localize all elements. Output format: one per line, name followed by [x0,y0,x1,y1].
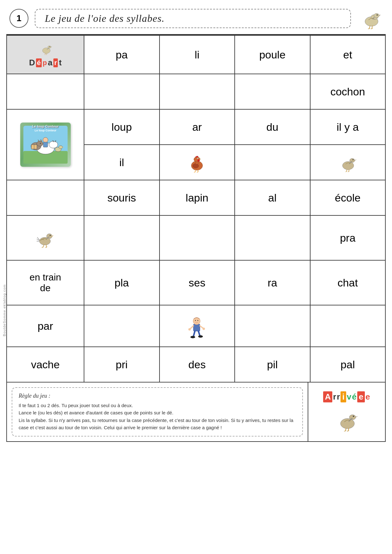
row2-left [7,74,84,109]
svg-point-7 [48,46,51,48]
svg-point-17 [40,143,41,144]
row5-left [7,216,84,260]
rooster-icon [34,227,57,249]
row3b: il [84,145,385,180]
svg-point-14 [49,141,58,148]
cell-pil: pil [235,347,311,382]
cell-empty3 [235,74,311,109]
cell-empty2 [160,74,235,109]
svg-line-52 [194,331,195,336]
watermark: BoutdeSomme.eklablog.com [3,284,6,336]
row3: Le loup Conteur [7,110,385,180]
svg-point-26 [193,163,199,168]
cell-par: par [7,305,84,346]
book-image: Le loup Conteur [20,123,71,167]
number-badge: 1 [9,9,28,28]
cell-loup: loup [84,110,160,144]
arrivee-label: Arrivéee [323,391,370,402]
row6-entrain: en trainde pla ses ra chat [7,261,385,305]
svg-point-54 [190,336,195,338]
cell-empty1 [84,74,160,109]
goose-row3-icon [337,152,358,173]
chicken-svg [187,152,207,173]
cell-empty-r7a [84,305,160,346]
depart-label: Départ [29,58,62,68]
svg-point-3 [377,14,378,15]
cell-ar: ar [160,110,235,144]
cell-pri: pri [84,347,160,382]
row1-cells: pa li poule et [84,36,385,74]
svg-text:Le loup Conteur: Le loup Conteur [34,129,56,132]
svg-point-31 [197,159,200,161]
svg-point-58 [353,416,354,417]
svg-point-35 [350,158,355,162]
cell-et: et [311,36,385,74]
cell-ses: ses [160,261,235,305]
page-header: 1 Le jeu de l'oie des syllabes. [0,0,392,34]
cell-empty-r5c [235,216,311,260]
page-title: Le jeu de l'oie des syllabes. [35,9,351,28]
row4-left [7,180,84,215]
cell-boy-icon [160,305,235,346]
cell-vache: vache [7,347,84,382]
bottom-section: Règle du jeu : Il te faut 1 ou 2 dés. Tu… [6,382,386,442]
cell-pa: pa [84,36,160,74]
cell-des: des [160,347,235,382]
svg-point-50 [189,328,191,331]
row-depart: Départ pa li poule et [7,36,385,74]
header-goose-image [357,6,383,31]
svg-point-6 [42,48,50,53]
book-cell: Le loup Conteur [7,110,84,180]
depart-cell: Départ [7,36,84,74]
cell-empty-r5b [160,216,235,260]
row3-right: loup ar du il y a il [84,110,385,180]
row3a: loup ar du il y a [84,110,385,145]
row5: pra [7,216,385,261]
cell-empty-mid [235,145,311,180]
cell-entrain: en trainde [7,261,84,305]
cell-goose-icon [311,145,385,180]
svg-rect-23 [43,142,48,147]
row6-cells: pla ses ra chat [84,261,385,305]
rules-text: Il te faut 1 ou 2 dés. Tu peux jouer tou… [19,402,296,431]
svg-point-22 [43,137,48,142]
svg-point-46 [195,320,196,321]
rules-title: Règle du jeu : [19,393,296,399]
svg-point-2 [374,13,379,17]
cell-chat: chat [311,261,385,305]
row4: souris lapin al école [7,180,385,216]
cell-lapin: lapin [160,180,235,215]
row7-cells [84,305,385,346]
svg-rect-44 [194,324,200,331]
svg-point-36 [353,159,353,160]
svg-point-8 [49,46,50,47]
row2: cochon [7,74,385,110]
svg-point-51 [203,328,205,330]
cell-il: il [84,145,160,180]
svg-point-41 [50,235,51,236]
cell-pra: pra [311,216,385,260]
svg-point-47 [197,320,198,321]
arrivee-section: Arrivéee [308,382,385,441]
svg-point-21 [59,146,63,149]
cell-empty-r7c [311,305,385,346]
row2-cells: cochon [84,74,385,109]
cell-al: al [235,180,311,215]
row5-cells: pra [84,216,385,260]
cell-ecole: école [311,180,385,215]
cell-empty-r5a [84,216,160,260]
svg-point-16 [37,141,43,146]
rules-box: Règle du jeu : Il te faut 1 ou 2 dés. Tu… [12,387,303,437]
svg-point-30 [197,158,198,159]
cell-empty-r7b [235,305,311,346]
arrivee-goose-icon [334,407,359,432]
row4-cells: souris lapin al école [84,180,385,215]
depart-goose-icon [38,42,53,56]
cell-pal: pal [311,347,385,382]
cell-ilya: il y a [311,110,385,144]
cell-ra: ra [235,261,311,305]
svg-point-57 [349,415,356,420]
cell-du: du [235,110,311,144]
game-board: Départ pa li poule et cochon Le loup Con… [6,35,386,382]
svg-line-53 [198,331,200,336]
